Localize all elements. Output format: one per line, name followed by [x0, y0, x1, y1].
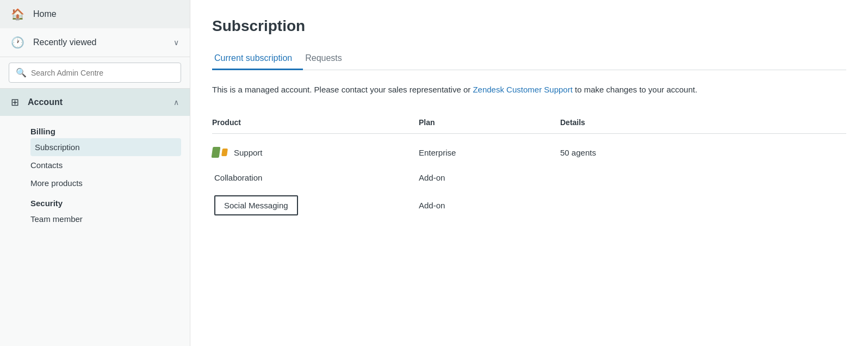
product-cell-support: Support	[212, 147, 419, 158]
chevron-down-icon: ∨	[173, 38, 179, 47]
details-cell-support: 50 agents	[560, 148, 846, 157]
clock-icon: 🕐	[11, 36, 24, 49]
account-icon: ⊞	[11, 96, 19, 108]
zendesk-support-link[interactable]: Zendesk Customer Support	[473, 85, 572, 94]
sidebar-item-more-products[interactable]: More products	[30, 174, 190, 192]
search-input[interactable]	[31, 69, 174, 77]
sidebar: 🏠 Home 🕐 Recently viewed ∨ 🔍 ⊞ Account ∧…	[0, 0, 190, 346]
recently-viewed-label: Recently viewed	[33, 38, 173, 47]
tabs: Current subscription Requests	[212, 48, 846, 70]
security-heading: Security	[30, 192, 190, 210]
sidebar-item-team-member[interactable]: Team member	[30, 210, 190, 228]
table-row: Support Enterprise 50 agents	[212, 138, 846, 166]
tab-current-subscription[interactable]: Current subscription	[212, 48, 303, 70]
sidebar-item-contacts[interactable]: Contacts	[30, 156, 190, 174]
plan-cell-collaboration: Add-on	[419, 173, 560, 182]
support-product-icon	[212, 147, 227, 158]
sidebar-item-recently-viewed[interactable]: 🕐 Recently viewed ∨	[0, 28, 190, 57]
info-text: This is a managed account. Please contac…	[212, 83, 702, 96]
account-subnav: Billing Subscription Contacts More produ…	[0, 116, 190, 232]
home-icon: 🏠	[11, 8, 24, 21]
home-label: Home	[33, 9, 179, 19]
tab-requests[interactable]: Requests	[303, 48, 353, 70]
chevron-up-icon: ∧	[173, 98, 179, 107]
social-messaging-label: Social Messaging	[214, 195, 298, 215]
product-cell-social-messaging: Social Messaging	[212, 195, 419, 215]
plan-cell-support: Enterprise	[419, 148, 560, 157]
sidebar-item-account[interactable]: ⊞ Account ∧	[0, 89, 190, 116]
table-row: Social Messaging Add-on	[212, 189, 846, 222]
table-row: Collaboration Add-on	[212, 166, 846, 189]
billing-heading: Billing	[30, 120, 190, 138]
header-product: Product	[212, 118, 419, 127]
subscription-table: Product Plan Details Support Enterprise …	[212, 114, 846, 222]
search-box: 🔍	[9, 63, 181, 83]
sidebar-item-subscription[interactable]: Subscription	[30, 138, 181, 156]
main-content: Subscription Current subscription Reques…	[190, 0, 868, 346]
header-details: Details	[560, 118, 846, 127]
page-title: Subscription	[212, 17, 846, 35]
table-header: Product Plan Details	[212, 114, 846, 134]
account-label: Account	[28, 97, 173, 107]
sidebar-item-home[interactable]: 🏠 Home	[0, 0, 190, 28]
plan-cell-social-messaging: Add-on	[419, 201, 560, 210]
header-plan: Plan	[419, 118, 560, 127]
search-icon: 🔍	[16, 67, 27, 78]
product-cell-collaboration: Collaboration	[212, 173, 419, 182]
search-container: 🔍	[0, 57, 190, 89]
